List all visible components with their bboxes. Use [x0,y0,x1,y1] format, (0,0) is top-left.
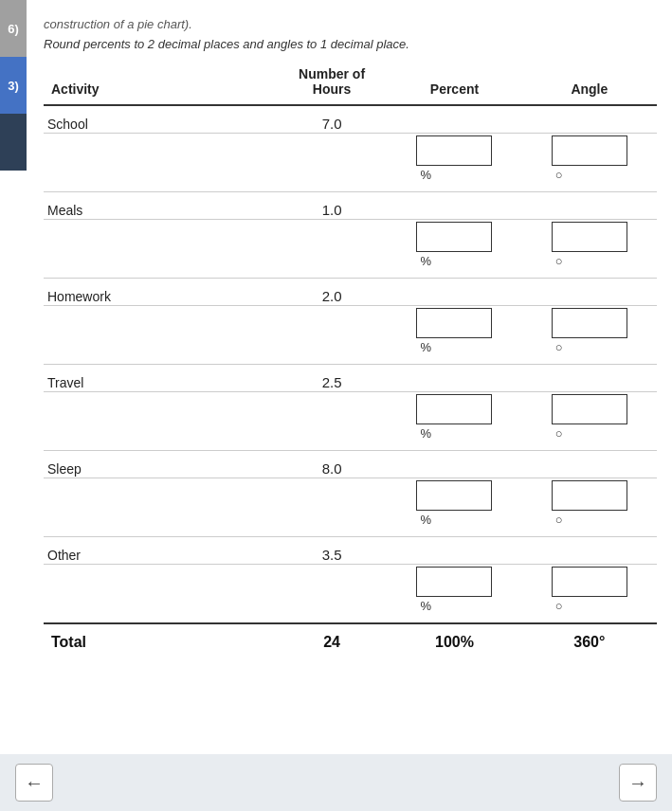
row-sleep-activity: Sleep8.0 [44,451,657,478]
percent-empty-meals [387,192,521,220]
activity-empty-other [44,565,277,624]
percent-empty-homework [387,279,521,306]
total-label: Total [44,623,277,657]
sidebar-item-3: 3) [0,57,27,114]
activity-name-homework: Homework [44,279,277,306]
row-travel-inputs: % ○ [44,392,657,451]
percent-input-meals[interactable] [416,222,492,252]
activity-name-school: School [44,105,277,134]
row-other-activity: Other3.5 [44,537,657,565]
hours-value-homework: 2.0 [277,279,387,306]
sidebar-strips: 6) 3) [0,0,27,811]
row-meals-inputs: % ○ [44,220,657,279]
percent-input-cell-school: % [387,134,521,192]
sidebar-item-6: 6) [0,0,27,57]
hours-empty-sleep [277,478,387,537]
angle-input-homework[interactable] [552,308,627,338]
activity-empty-travel [44,392,277,451]
angle-empty-travel [522,365,657,392]
activity-name-travel: Travel [44,365,277,392]
activity-table-wrapper: Activity Number of Hours Percent Angle [44,63,657,657]
row-meals-activity: Meals1.0 [44,192,657,220]
partial-instruction: construction of a pie chart). [44,17,657,31]
percent-input-cell-homework: % [387,306,521,365]
angle-input-school[interactable] [552,135,627,166]
hours-empty-travel [277,392,387,451]
percent-input-other[interactable] [416,567,492,597]
page-container: 6) 3) construction of a pie chart). Roun… [0,0,672,811]
percent-input-travel[interactable] [416,394,492,424]
activity-empty-meals [44,220,277,279]
total-angle: 360° [522,623,657,657]
percent-input-sleep[interactable] [416,480,492,511]
col-header-angle: Angle [522,63,657,105]
sidebar-item-dark [0,114,27,171]
activity-table: Activity Number of Hours Percent Angle [44,63,657,657]
hours-empty-meals [277,220,387,279]
instruction-text: Round percents to 2 decimal places and a… [44,37,657,51]
hours-empty-other [277,565,387,624]
angle-input-sleep[interactable] [552,480,627,511]
angle-input-cell-travel: ○ [522,392,657,451]
col-header-activity: Activity [44,63,277,105]
percent-input-cell-other: % [387,565,521,624]
angle-empty-homework [522,279,657,306]
activity-empty-school [44,134,277,192]
back-button[interactable]: ← [15,764,53,802]
hours-empty-homework [277,306,387,365]
col-header-hours: Number of Hours [277,63,387,105]
percent-input-cell-travel: % [387,392,521,451]
angle-input-cell-homework: ○ [522,306,657,365]
hours-value-school: 7.0 [277,105,387,134]
angle-input-cell-sleep: ○ [522,478,657,537]
forward-button[interactable]: → [619,764,657,802]
percent-input-school[interactable] [416,135,492,166]
percent-input-cell-sleep: % [387,478,521,537]
hours-value-sleep: 8.0 [277,451,387,478]
hours-value-meals: 1.0 [277,192,387,220]
row-school-inputs: % ○ [44,134,657,192]
hours-empty-school [277,134,387,192]
percent-empty-school [387,105,521,134]
activity-empty-homework [44,306,277,365]
row-sleep-inputs: % ○ [44,478,657,537]
angle-input-travel[interactable] [552,394,627,424]
hours-value-other: 3.5 [277,537,387,565]
percent-input-cell-meals: % [387,220,521,279]
percent-empty-other [387,537,521,565]
row-travel-activity: Travel2.5 [44,365,657,392]
angle-empty-sleep [522,451,657,478]
row-other-inputs: % ○ [44,565,657,624]
angle-empty-meals [522,192,657,220]
percent-input-homework[interactable] [416,308,492,338]
angle-input-cell-school: ○ [522,134,657,192]
angle-input-other[interactable] [552,567,627,597]
row-homework-inputs: % ○ [44,306,657,365]
percent-empty-travel [387,365,521,392]
angle-input-cell-other: ○ [522,565,657,624]
angle-input-cell-meals: ○ [522,220,657,279]
activity-empty-sleep [44,478,277,537]
bottom-navigation: ← → [0,754,672,811]
activity-name-sleep: Sleep [44,451,277,478]
activity-name-other: Other [44,537,277,565]
hours-value-travel: 2.5 [277,365,387,392]
activity-name-meals: Meals [44,192,277,220]
percent-empty-sleep [387,451,521,478]
angle-empty-school [522,105,657,134]
col-header-percent: Percent [387,63,521,105]
total-percent: 100% [387,623,521,657]
angle-input-meals[interactable] [552,222,627,252]
angle-empty-other [522,537,657,565]
row-homework-activity: Homework2.0 [44,279,657,306]
content-area: construction of a pie chart). Round perc… [34,9,672,664]
row-school-activity: School7.0 [44,105,657,134]
total-hours: 24 [277,623,387,657]
